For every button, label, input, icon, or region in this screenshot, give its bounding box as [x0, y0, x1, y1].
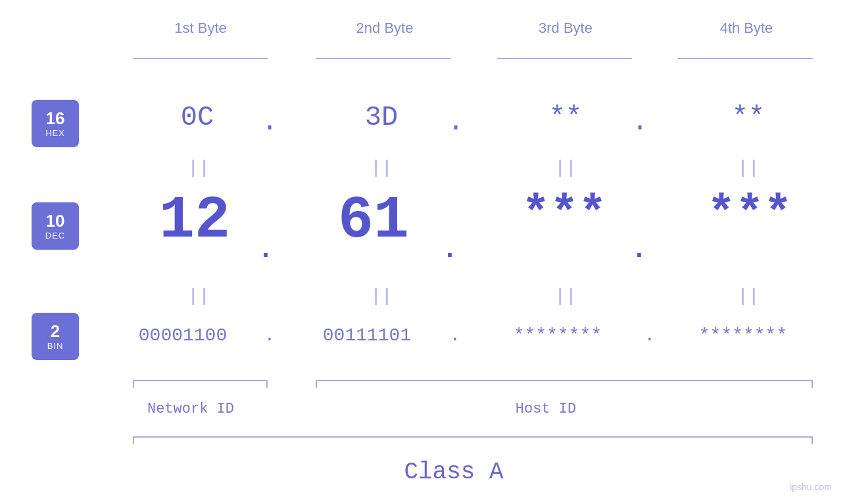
bin-sep-1: .: [256, 325, 283, 346]
dec-val-1: 12: [129, 187, 260, 254]
bracket-bottom-host: [316, 380, 813, 381]
equals-dec-bin-2: ||: [368, 286, 395, 306]
bin-badge: 2 BIN: [32, 313, 79, 360]
bin-val-2: 00111101: [295, 325, 439, 346]
equals-hex-dec-3: ||: [552, 158, 579, 178]
network-id-label: Network ID: [115, 401, 266, 417]
equals-dec-bin-4: ||: [735, 286, 761, 306]
hex-val-3: **: [519, 102, 612, 133]
dec-sep-2: .: [442, 235, 458, 265]
hex-badge: 16 HEX: [32, 100, 79, 147]
bracket-bottom-network-right: [266, 380, 268, 388]
main-container: { "badges": { "hex": {"num": "16", "labe…: [0, 0, 845, 504]
dec-sep-3: .: [631, 235, 647, 265]
dec-sep-1: .: [258, 235, 274, 265]
col3-header: 3rd Byte: [477, 20, 654, 37]
watermark: ipshu.com: [790, 482, 832, 492]
host-id-label: Host ID: [470, 401, 621, 417]
bracket-class-right: [811, 436, 813, 444]
bracket-class-left: [133, 436, 134, 444]
dec-badge-label: DEC: [45, 231, 65, 241]
equals-hex-dec-4: ||: [735, 158, 761, 178]
bin-val-3: ********: [479, 325, 637, 346]
bracket-bottom-host-right: [811, 380, 813, 388]
hex-val-1: 0C: [151, 102, 243, 133]
bracket-bottom-network-1: [133, 380, 268, 381]
hex-val-4: **: [702, 102, 794, 133]
bracket-top-1: [133, 58, 268, 59]
bracket-top-3: [497, 58, 632, 59]
class-a-label: Class A: [355, 459, 552, 486]
bin-sep-3: .: [637, 325, 663, 346]
dec-badge: 10 DEC: [32, 202, 79, 250]
dec-badge-num: 10: [46, 212, 65, 231]
bin-val-4: ********: [664, 325, 822, 346]
equals-dec-bin-3: ||: [552, 286, 579, 306]
col2-header: 2nd Byte: [296, 20, 473, 37]
hex-sep-3: .: [627, 106, 653, 138]
hex-val-2: 3D: [335, 102, 427, 133]
bin-sep-2: .: [442, 325, 468, 346]
bracket-class-a: [133, 436, 813, 438]
dec-val-3: ***: [492, 187, 637, 241]
hex-sep-2: .: [443, 106, 469, 138]
hex-sep-1: .: [256, 106, 283, 138]
equals-dec-bin-1: ||: [185, 286, 212, 306]
col4-header: 4th Byte: [658, 20, 835, 37]
bracket-bottom-network-left: [133, 380, 134, 388]
bin-badge-label: BIN: [47, 341, 64, 351]
hex-badge-label: HEX: [45, 128, 65, 138]
bin-badge-num: 2: [51, 322, 60, 341]
equals-hex-dec-1: ||: [185, 158, 212, 178]
dec-val-4: ***: [677, 187, 822, 241]
dec-val-2: 61: [308, 187, 439, 254]
bracket-bottom-host-left: [316, 380, 317, 388]
equals-hex-dec-2: ||: [368, 158, 395, 178]
hex-badge-num: 16: [46, 109, 65, 128]
bin-val-1: 00001100: [110, 325, 255, 346]
col1-header: 1st Byte: [112, 20, 289, 37]
bracket-top-2: [316, 58, 450, 59]
bracket-top-4: [678, 58, 813, 59]
